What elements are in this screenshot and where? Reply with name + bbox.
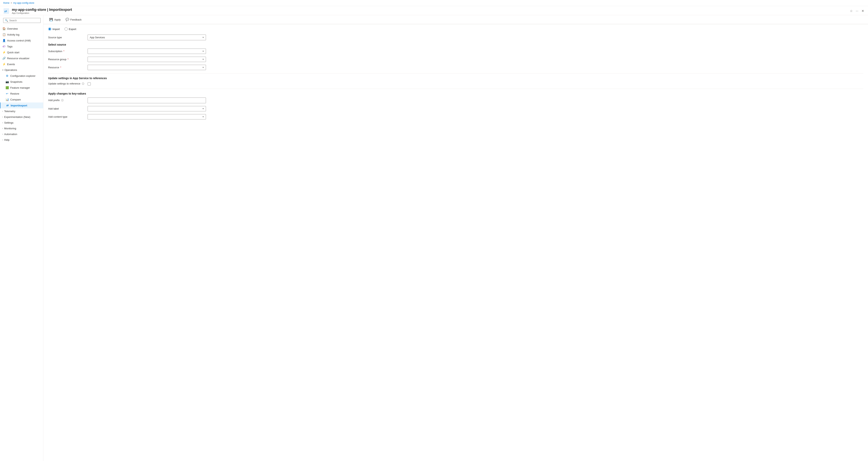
source-type-chevron-icon: ▾: [203, 36, 204, 39]
sidebar-group-automation-label: Automation: [4, 133, 17, 136]
source-type-value: App Services: [90, 36, 105, 39]
export-radio[interactable]: [64, 27, 68, 31]
update-settings-checkbox[interactable]: [88, 82, 91, 85]
import-export-radio-group: Import Export: [48, 27, 863, 31]
sidebar-item-feature-manager-label: Feature manager: [10, 86, 30, 89]
page-title-block: my-app-config-store | Import/export App …: [12, 8, 847, 14]
sidebar-item-overview[interactable]: 🏠 Overview: [0, 26, 43, 32]
source-type-label: Source type: [48, 36, 88, 39]
add-prefix-control: [88, 97, 206, 103]
quick-start-icon: ⚡: [2, 51, 5, 54]
sidebar-group-automation[interactable]: › Automation: [0, 131, 43, 137]
sidebar-item-overview-label: Overview: [7, 27, 18, 30]
more-button[interactable]: ···: [855, 8, 859, 13]
add-content-type-control: ▾: [88, 114, 206, 119]
resource-required: *: [60, 66, 61, 69]
sidebar-group-help[interactable]: › Help: [0, 137, 43, 143]
sidebar-item-compare[interactable]: 📊 Compare: [0, 96, 43, 103]
sidebar-item-access-control-label: Access control (IAM): [7, 39, 31, 42]
help-chevron: ›: [2, 139, 3, 141]
import-export-icon: ⇄: [4, 8, 9, 14]
source-type-control: App Services ▾: [88, 34, 206, 40]
subscription-required: *: [63, 50, 64, 53]
page-header-icon: ⇄: [3, 8, 9, 14]
sidebar-item-snapshots[interactable]: 📷 Snapshots: [0, 79, 43, 85]
breadcrumb: Home > my-app-config-store: [0, 0, 868, 6]
resource-label: Resource *: [48, 66, 88, 69]
monitoring-chevron: ›: [2, 127, 3, 129]
search-input[interactable]: [9, 19, 39, 22]
add-label-row: Add label ▾: [48, 106, 863, 111]
add-content-type-label: Add content type: [48, 115, 88, 118]
apply-label: Apply: [54, 18, 61, 21]
close-button[interactable]: ✕: [861, 8, 865, 13]
resource-dropdown[interactable]: ▾: [88, 65, 206, 70]
feature-manager-icon: 🟩: [5, 86, 9, 89]
source-type-row: Source type App Services ▾: [48, 34, 863, 40]
resource-control: ▾: [88, 65, 206, 70]
snapshots-icon: 📷: [5, 80, 9, 83]
export-radio-label[interactable]: Export: [64, 27, 76, 31]
select-source-title: Select source: [48, 43, 863, 46]
overview-icon: 🏠: [2, 27, 5, 30]
sidebar-item-events-label: Events: [7, 63, 15, 66]
subscription-dropdown[interactable]: ▾: [88, 49, 206, 54]
sidebar-item-resource-visualizer[interactable]: 🔗 Resource visualizer: [0, 55, 43, 61]
resource-group-label: Resource group *: [48, 58, 88, 61]
sidebar-group-operations-label: Operations: [4, 68, 17, 71]
page-header: ⇄ my-app-config-store | Import/export Ap…: [0, 6, 868, 15]
source-type-dropdown[interactable]: App Services ▾: [88, 34, 206, 40]
export-label: Export: [69, 28, 76, 31]
settings-chevron: ›: [2, 122, 3, 124]
tags-icon: 🏷: [2, 45, 5, 48]
header-actions: ☆ ··· ✕: [849, 8, 865, 13]
sidebar-group-experimentation[interactable]: › Experimentation (New): [0, 114, 43, 120]
sidebar-item-import-export[interactable]: ⇄ Import/export: [0, 103, 43, 108]
resource-group-dropdown[interactable]: ▾: [88, 57, 206, 62]
breadcrumb-current[interactable]: my-app-config-store: [13, 2, 34, 4]
feedback-icon: 💬: [65, 18, 69, 21]
favorite-button[interactable]: ☆: [849, 8, 854, 13]
resource-group-row: Resource group * ▾: [48, 57, 863, 62]
sidebar-item-quick-start[interactable]: ⚡ Quick start: [0, 49, 43, 55]
sidebar-group-monitoring[interactable]: › Monitoring: [0, 125, 43, 131]
subscription-row: Subscription * ▾: [48, 49, 863, 54]
search-icon: 🔍: [5, 19, 8, 22]
sidebar-group-help-label: Help: [4, 138, 9, 141]
resource-row: Resource * ▾: [48, 65, 863, 70]
sidebar-item-activity-log[interactable]: 📋 Activity log: [0, 32, 43, 37]
sidebar-item-import-export-label: Import/export: [11, 104, 27, 107]
sidebar-group-settings[interactable]: › Settings: [0, 120, 43, 125]
sidebar-item-events[interactable]: ⚡ Events: [0, 61, 43, 67]
add-label-control: ▾: [88, 106, 206, 111]
sidebar-item-configuration-explorer-label: Configuration explorer: [10, 75, 35, 77]
update-settings-row: Update settings to reference ⓘ: [48, 82, 863, 85]
sidebar-item-access-control[interactable]: 👤 Access control (IAM): [0, 37, 43, 44]
update-settings-label: Update settings to reference ⓘ: [48, 82, 88, 85]
import-radio-label[interactable]: Import: [48, 27, 60, 31]
feedback-label: Feedback: [70, 18, 82, 21]
add-prefix-input[interactable]: [88, 97, 206, 103]
sidebar-group-telemetry[interactable]: › Telemetry: [0, 108, 43, 114]
import-label: Import: [53, 28, 60, 31]
import-radio[interactable]: [48, 27, 51, 31]
add-label-dropdown[interactable]: ▾: [88, 106, 206, 111]
resource-group-required: *: [67, 58, 68, 61]
sidebar-item-configuration-explorer[interactable]: ⚙ Configuration explorer: [0, 73, 43, 79]
sidebar-item-feature-manager[interactable]: 🟩 Feature manager: [0, 85, 43, 91]
breadcrumb-separator: >: [11, 2, 12, 4]
sidebar-item-tags-label: Tags: [7, 45, 12, 48]
sidebar-item-compare-label: Compare: [10, 98, 21, 101]
sidebar-group-operations[interactable]: ▾ Operations: [0, 67, 43, 73]
page-title: my-app-config-store | Import/export: [12, 8, 847, 12]
sidebar-item-restore[interactable]: ↩ Restore: [0, 91, 43, 96]
feedback-button[interactable]: 💬 Feedback: [64, 17, 84, 22]
add-content-type-dropdown[interactable]: ▾: [88, 114, 206, 119]
subscription-chevron-icon: ▾: [203, 50, 204, 53]
breadcrumb-home[interactable]: Home: [3, 2, 9, 4]
apply-button[interactable]: 💾 Apply: [48, 17, 63, 22]
update-settings-title: Update settings in App Service to refere…: [48, 77, 863, 80]
update-settings-control: [88, 82, 206, 85]
sidebar-item-tags[interactable]: 🏷 Tags: [0, 44, 43, 49]
subscription-control: ▾: [88, 49, 206, 54]
